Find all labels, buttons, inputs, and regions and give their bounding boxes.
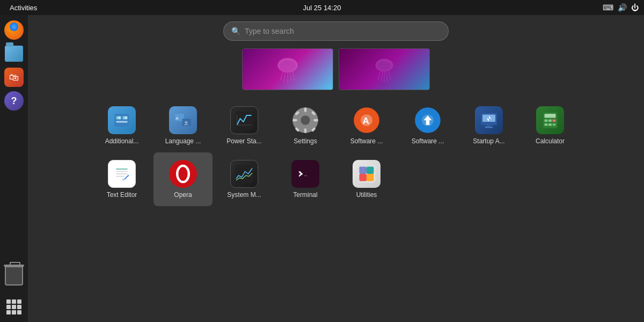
system-monitor-label: System M... [227, 191, 261, 199]
startup-applications-label: Startup A... [473, 137, 504, 145]
svg-line-12 [386, 72, 387, 81]
utilities-icon [353, 160, 380, 188]
activities-button[interactable]: Activities [5, 3, 41, 13]
svg-rect-49 [545, 119, 548, 122]
app-item-powerstat[interactable]: Power Sta... [215, 99, 274, 152]
svg-rect-54 [553, 123, 556, 126]
svg-point-19 [125, 116, 127, 119]
app-item-opera[interactable]: Opera [153, 152, 213, 206]
app-item-calculator[interactable]: Calculator [521, 99, 580, 152]
svg-point-18 [118, 116, 121, 119]
app-item-language[interactable]: A 文 Language ... [153, 99, 213, 152]
svg-line-10 [381, 72, 383, 81]
dock-item-firefox[interactable] [3, 19, 25, 41]
svg-point-1 [280, 61, 296, 72]
calculator-label: Calculator [536, 137, 565, 145]
software-updater-label: Software ... [412, 137, 444, 145]
svg-line-9 [378, 71, 380, 80]
svg-point-8 [377, 61, 391, 71]
clock: Jul 25 14:20 [303, 4, 341, 12]
svg-text:A: A [176, 115, 179, 120]
svg-rect-71 [367, 174, 374, 181]
svg-rect-69 [367, 166, 374, 174]
dock-item-appstore[interactable]: 🛍 [3, 67, 25, 88]
language-support-icon: A 文 [169, 106, 197, 134]
app-item-utilities[interactable]: Utilities [337, 152, 396, 206]
svg-text:文: 文 [184, 120, 188, 125]
workspace-1-bg [243, 49, 333, 90]
trash-icon [5, 266, 23, 286]
volume-icon[interactable]: 🔊 [618, 3, 627, 12]
software-properties-label: Software ... [350, 137, 383, 145]
svg-rect-45 [485, 127, 493, 128]
app-item-system-monitor[interactable]: System M... [215, 152, 274, 206]
app-item-texteditor[interactable]: Text Editor [92, 152, 151, 206]
software-properties-icon: A [353, 106, 380, 134]
power-icon[interactable]: ⏻ [631, 3, 639, 12]
svg-rect-29 [304, 107, 306, 112]
additional-drivers-label: Additional... [105, 137, 139, 145]
dock: 🛍 ? [0, 15, 28, 322]
files-icon [5, 46, 23, 62]
calculator-icon [536, 106, 564, 134]
svg-rect-70 [360, 174, 367, 181]
utilities-label: Utilities [356, 191, 377, 199]
search-input[interactable] [245, 27, 441, 35]
language-support-label: Language ... [165, 137, 201, 145]
svg-rect-44 [487, 125, 492, 127]
main-area: 🔍 [28, 15, 644, 322]
app-item-settings[interactable]: Settings [276, 99, 335, 152]
svg-rect-64 [236, 165, 253, 182]
svg-rect-17 [116, 121, 128, 122]
text-editor-label: Text Editor [107, 191, 137, 199]
workspace-1[interactable] [242, 48, 333, 90]
dock-item-show-apps[interactable] [3, 296, 25, 318]
app-row-2: Text Editor Opera [92, 152, 396, 206]
terminal-label: Terminal [293, 191, 317, 199]
svg-rect-52 [545, 123, 548, 126]
dock-item-help[interactable]: ? [3, 90, 25, 112]
search-bar[interactable]: 🔍 [223, 21, 449, 41]
svg-line-3 [284, 72, 286, 82]
svg-rect-68 [360, 166, 367, 174]
search-icon: 🔍 [231, 27, 240, 35]
app-grid: Additional... A 文 Language ... [82, 99, 590, 206]
system-tray: ⌨ 🔊 ⏻ [603, 3, 639, 12]
svg-rect-31 [292, 119, 297, 121]
dock-item-trash[interactable] [3, 265, 25, 287]
svg-point-28 [301, 115, 310, 125]
svg-rect-53 [548, 123, 552, 126]
power-statistics-label: Power Sta... [226, 137, 261, 145]
help-icon: ? [4, 91, 24, 111]
svg-point-61 [122, 178, 125, 181]
app-item-software-prop[interactable]: A Software ... [337, 99, 396, 152]
appstore-icon: 🛍 [4, 68, 24, 87]
opera-icon [169, 160, 197, 188]
dock-item-files[interactable] [3, 43, 25, 64]
svg-text:A: A [362, 115, 369, 126]
app-item-additional[interactable]: Additional... [92, 99, 151, 152]
keyboard-layout-icon[interactable]: ⌨ [603, 3, 613, 12]
app-item-software-upd[interactable]: Software ... [398, 99, 457, 152]
settings-label: Settings [294, 137, 317, 145]
svg-rect-30 [304, 128, 306, 133]
startup-applications-icon [475, 106, 503, 134]
system-monitor-icon [230, 160, 258, 188]
svg-line-13 [389, 71, 391, 80]
svg-line-2 [281, 72, 283, 81]
svg-rect-51 [553, 119, 556, 122]
app-item-terminal[interactable]: $ _ Terminal [276, 152, 335, 206]
grid-icon [6, 299, 21, 314]
svg-rect-48 [545, 114, 556, 118]
app-row-1: Additional... A 文 Language ... [92, 99, 580, 152]
svg-rect-14 [115, 114, 129, 127]
text-editor-icon [108, 160, 136, 188]
workspace-2[interactable] [339, 48, 430, 90]
app-item-startup[interactable]: Startup A... [459, 99, 518, 152]
workspace-switcher [242, 48, 430, 90]
settings-icon [291, 106, 319, 134]
opera-label: Opera [174, 191, 192, 199]
firefox-icon [4, 20, 24, 40]
svg-rect-50 [548, 119, 552, 122]
topbar: Activities Jul 25 14:20 ⌨ 🔊 ⏻ [0, 0, 644, 15]
